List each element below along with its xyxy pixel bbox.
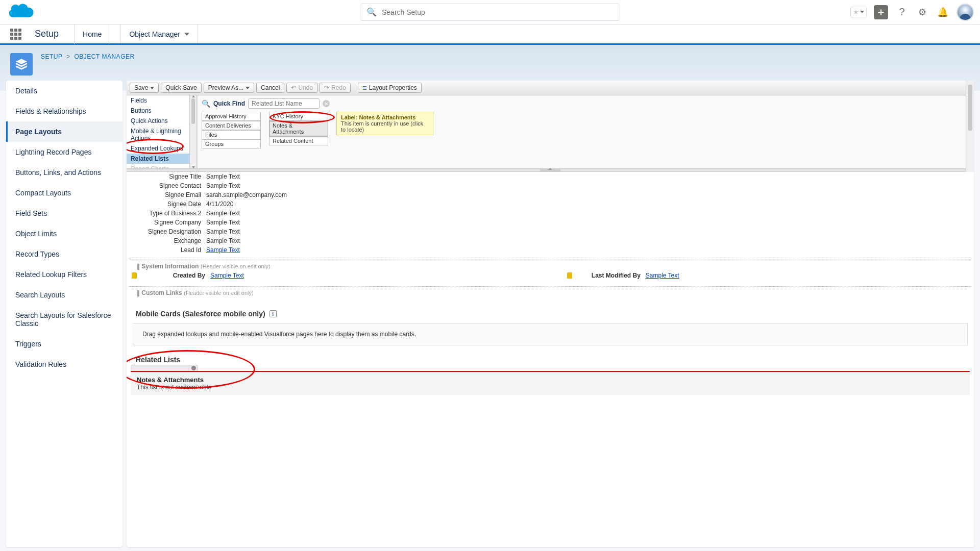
layout-properties-button[interactable]: Layout Properties <box>358 83 422 93</box>
sidebar-item-validation-rules[interactable]: Validation Rules <box>6 354 122 374</box>
field-value: Sample Text <box>206 172 971 181</box>
field-value[interactable]: Sample Text <box>206 245 971 255</box>
info-icon[interactable]: i <box>270 310 277 317</box>
notifications-button[interactable]: 🔔 <box>936 6 949 19</box>
object-icon <box>10 53 33 76</box>
remove-icon[interactable] <box>191 366 196 370</box>
sidebar-item-fields-relationships[interactable]: Fields & Relationships <box>6 101 122 121</box>
save-button[interactable]: Save <box>130 83 159 93</box>
sidebar-item-related-lookup-filters[interactable]: Related Lookup Filters <box>6 264 122 285</box>
help-button[interactable]: ? <box>895 6 909 19</box>
field-value: Sample Text <box>206 209 971 218</box>
field-label: Signee Designation <box>130 227 201 236</box>
layout-canvas: Signee TitleSignee ContactSignee EmailSi… <box>127 172 974 547</box>
header-utility-icons: ★ ＋ ? ⚙ 🔔 <box>850 4 974 21</box>
related-list-notes-attachments[interactable]: Notes & Attachments This list is not cus… <box>131 371 970 395</box>
undo-button[interactable]: Undo <box>286 83 317 93</box>
search-input[interactable] <box>382 8 614 16</box>
sidebar-item-compact-layouts[interactable]: Compact Layouts <box>6 183 122 203</box>
sidebar-item-search-layouts-for-salesforce-classic[interactable]: Search Layouts for Salesforce Classic <box>6 305 122 334</box>
quick-save-button[interactable]: Quick Save <box>161 83 201 93</box>
breadcrumb-setup[interactable]: SETUP <box>41 53 62 60</box>
tab-object-manager-label: Object Manager <box>129 30 180 38</box>
palette-category-mobile-lightning-actions[interactable]: Mobile & Lightning Actions <box>127 126 197 143</box>
palette-chip-notes-attachments[interactable]: Notes & Attachments <box>269 121 328 136</box>
palette-category-quick-actions[interactable]: Quick Actions <box>127 116 197 126</box>
chevron-down-icon <box>150 87 154 89</box>
tooltip-label: Label: Notes & Attachments <box>341 114 429 120</box>
palette-chip-approval-history[interactable]: Approval History <box>202 112 261 121</box>
sidebar-item-page-layouts[interactable]: Page Layouts <box>6 121 122 142</box>
sidebar-item-buttons-links-and-actions[interactable]: Buttons, Links, and Actions <box>6 162 122 183</box>
created-by-label: Created By <box>139 272 205 279</box>
redo-button[interactable]: Redo <box>320 83 351 93</box>
field-value: Sample Text <box>206 236 971 245</box>
palette-category-related-lists[interactable]: Related Lists <box>127 154 197 164</box>
favorites-button[interactable]: ★ <box>850 7 867 17</box>
palette-chip-groups[interactable]: Groups <box>202 139 261 148</box>
chevron-down-icon <box>184 33 189 36</box>
breadcrumb: SETUP > OBJECT MANAGER <box>41 53 135 60</box>
sidebar-item-search-layouts[interactable]: Search Layouts <box>6 285 122 305</box>
sidebar-item-field-sets[interactable]: Field Sets <box>6 203 122 223</box>
layout-toolbar: Save Quick Save Preview As... Cancel Und… <box>127 81 974 95</box>
chevron-down-icon <box>860 11 864 13</box>
field-label: Signee Company <box>130 218 201 227</box>
field-value: Sample Text <box>206 227 971 236</box>
palette-chip-kyc-history[interactable]: KYC History <box>269 112 328 121</box>
related-lists-heading: Related Lists <box>136 356 974 364</box>
preview-as-button[interactable]: Preview As... <box>204 83 254 93</box>
app-launcher-icon[interactable] <box>10 29 21 40</box>
salesforce-logo-icon <box>8 3 36 21</box>
star-icon: ★ <box>853 8 859 16</box>
mobile-cards-dropzone[interactable]: Drag expanded lookups and mobile-enabled… <box>133 323 968 345</box>
global-search[interactable]: 🔍 <box>360 4 620 21</box>
field-label: Signee Date <box>130 199 201 209</box>
chevron-down-icon <box>246 87 250 89</box>
field-label: Lead Id <box>130 245 201 255</box>
mobile-cards-drop-text: Drag expanded lookups and mobile-enabled… <box>142 331 416 338</box>
tooltip-body[interactable]: This item is currently in use (click to … <box>341 120 429 133</box>
palette-category-scrollbar[interactable] <box>189 95 197 168</box>
palette-chip-content-deliveries[interactable]: Content Deliveries <box>202 121 261 130</box>
search-icon: 🔍 <box>366 7 377 17</box>
quick-find-input[interactable] <box>248 98 320 109</box>
palette-category-report-charts[interactable]: Report Charts <box>127 164 197 168</box>
tab-home[interactable]: Home <box>74 24 110 44</box>
lock-icon <box>567 272 572 279</box>
sidebar-item-object-limits[interactable]: Object Limits <box>6 223 122 244</box>
sidebar-item-lightning-record-pages[interactable]: Lightning Record Pages <box>6 142 122 162</box>
cancel-button[interactable]: Cancel <box>256 83 284 93</box>
palette-category-expanded-lookups[interactable]: Expanded Lookups <box>127 143 197 154</box>
created-by-value[interactable]: Sample Text <box>210 272 244 279</box>
palette-chip-files[interactable]: Files <box>202 130 261 139</box>
magnifier-icon: 🔍 <box>202 99 210 108</box>
palette-chip-related-content[interactable]: Related Content <box>269 136 328 145</box>
related-list-subtitle: This list is not customizable <box>137 384 964 391</box>
field-label: Type of Business 2 <box>130 209 201 218</box>
field-value: Sample Text <box>206 181 971 190</box>
sidebar-item-details[interactable]: Details <box>6 81 122 101</box>
breadcrumb-object-manager[interactable]: OBJECT MANAGER <box>75 53 135 60</box>
section-custom-links: Custom Links <box>141 289 182 296</box>
section-note: (Header visible on edit only) <box>201 263 270 269</box>
user-avatar[interactable] <box>957 4 974 21</box>
quick-find-label: Quick Find <box>213 100 245 107</box>
field-label: Signee Title <box>130 172 201 181</box>
palette-categories: FieldsButtonsQuick ActionsMobile & Light… <box>127 95 197 168</box>
undo-icon <box>291 84 296 91</box>
sidebar-item-record-types[interactable]: Record Types <box>6 244 122 264</box>
palette-category-buttons[interactable]: Buttons <box>127 106 197 116</box>
setup-gear-button[interactable]: ⚙ <box>916 6 929 19</box>
related-list-tab[interactable] <box>131 365 198 371</box>
mobile-cards-heading: Mobile Cards (Salesforce mobile only) <box>136 310 265 318</box>
last-modified-by-value[interactable]: Sample Text <box>646 272 679 279</box>
palette-category-fields[interactable]: Fields <box>127 95 197 106</box>
tab-object-manager[interactable]: Object Manager <box>120 23 198 43</box>
global-header: 🔍 ★ ＋ ? ⚙ 🔔 <box>0 0 980 24</box>
sidebar-item-triggers[interactable]: Triggers <box>6 334 122 354</box>
field-label: Signee Email <box>130 190 201 199</box>
clear-icon[interactable]: ✕ <box>323 100 330 107</box>
object-sidebar: DetailsFields & RelationshipsPage Layout… <box>6 81 122 547</box>
global-create-button[interactable]: ＋ <box>874 5 888 19</box>
